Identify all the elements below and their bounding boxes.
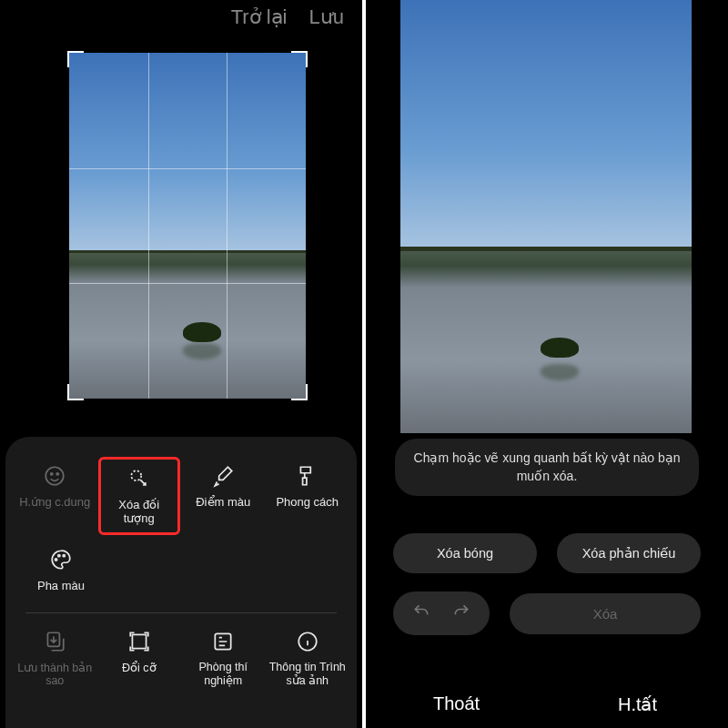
erase-object-icon [127, 467, 151, 490]
tool-sheet: H.ứng c.dung Xóa đối tượng Điểm màu Phon… [5, 437, 357, 728]
action-resize[interactable]: Đổi cỡ [97, 622, 182, 694]
eyedropper-icon [211, 464, 235, 488]
face-icon [43, 464, 66, 488]
crop-handle-tl[interactable] [67, 51, 84, 67]
svg-rect-8 [132, 634, 146, 648]
tool-label: Phong cách [276, 495, 339, 509]
crop-handle-bl[interactable] [67, 384, 84, 400]
crop-handle-br[interactable] [291, 384, 308, 400]
header: Trở lại Lưu [231, 5, 344, 29]
action-lab[interactable]: Phòng thí nghiệm [181, 622, 266, 694]
svg-point-6 [63, 555, 65, 557]
remove-shadow-button[interactable]: Xóa bóng [393, 533, 537, 573]
editor-screen-erase: Chạm hoặc vẽ xung quanh bất kỳ vật nào b… [366, 0, 728, 728]
photo-canvas[interactable] [400, 0, 692, 433]
save-button[interactable]: Lưu [309, 5, 344, 29]
lab-icon [211, 630, 235, 653]
tool-label: Pha màu [37, 579, 85, 592]
photo-preview [69, 53, 306, 399]
action-save-copy[interactable]: Lưu thành bản sao [13, 622, 97, 694]
svg-point-5 [58, 555, 60, 557]
undo-redo-group [393, 592, 490, 635]
resize-icon [127, 630, 151, 653]
undo-icon[interactable] [411, 602, 431, 624]
crop-handle-tr[interactable] [291, 51, 308, 67]
remove-reflection-button[interactable]: Xóa phản chiếu [557, 533, 701, 573]
tool-label: Lưu thành bản sao [15, 661, 96, 687]
tool-color-mix[interactable]: Pha màu [20, 541, 102, 600]
svg-point-0 [46, 467, 65, 485]
save-copy-icon [43, 630, 66, 653]
svg-point-2 [56, 473, 58, 475]
exit-button[interactable]: Thoát [366, 693, 547, 715]
action-about[interactable]: Thông tin Trình sửa ảnh [266, 622, 350, 694]
svg-point-4 [56, 559, 57, 561]
redo-icon[interactable] [451, 602, 471, 624]
tool-label: H.ứng c.dung [19, 495, 90, 509]
tool-portrait-effect[interactable]: H.ứng c.dung [14, 457, 96, 535]
image-crop-preview[interactable] [69, 53, 306, 399]
erase-button[interactable]: Xóa [510, 593, 701, 634]
divider [25, 612, 337, 613]
back-button[interactable]: Trở lại [231, 5, 288, 29]
tool-label: Điểm màu [196, 495, 250, 509]
style-brush-icon [296, 464, 319, 488]
tool-label: Phòng thí nghiệm [183, 661, 264, 687]
hint-tooltip: Chạm hoặc vẽ xung quanh bất kỳ vật nào b… [395, 439, 699, 496]
tool-style[interactable]: Phong cách [267, 457, 349, 535]
tool-spot-color[interactable]: Điểm màu [182, 457, 264, 535]
tool-label: Đổi cỡ [122, 661, 157, 674]
palette-icon [49, 548, 73, 571]
editor-screen-tools: Trở lại Lưu H.ứng c.dung [0, 0, 362, 728]
tool-label: Xóa đối tượng [103, 498, 176, 525]
tool-erase-object[interactable]: Xóa đối tượng [98, 457, 180, 535]
svg-point-1 [51, 473, 53, 475]
done-button[interactable]: H.tất [547, 693, 728, 715]
info-icon [296, 630, 319, 653]
svg-point-3 [131, 470, 141, 480]
tool-label: Thông tin Trình sửa ảnh [268, 661, 349, 687]
